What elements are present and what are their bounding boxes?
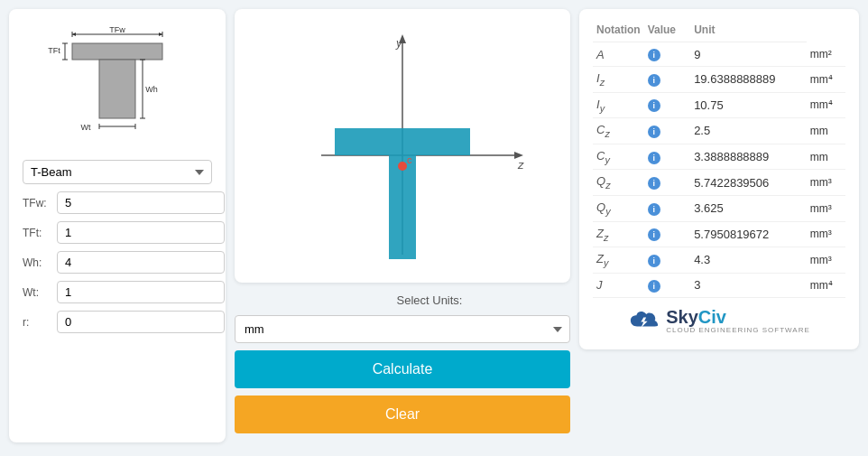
skyciv-name: SkyCiv [666, 308, 726, 326]
cell-notation: J [593, 273, 644, 297]
col-header-unit: Unit [690, 18, 807, 42]
svg-rect-0 [72, 43, 162, 60]
cell-notation: A [593, 42, 644, 67]
table-row: Cyi 3.3888888889mm [593, 144, 845, 170]
param-label-tft: TFt: [23, 227, 51, 239]
cell-info-value: i [644, 273, 690, 297]
info-icon[interactable]: i [648, 177, 660, 190]
cell-notation: Cy [593, 144, 644, 170]
cell-unit: mm³ [807, 170, 845, 196]
cell-info-value: i [644, 195, 690, 221]
cell-value: 9 [690, 42, 807, 67]
right-panel: Notation Value Unit Ai 9mm²Izi 19.638888… [579, 9, 859, 349]
left-panel: TFw TFt Wh Wt [9, 9, 226, 442]
cell-value: 3.3888888889 [690, 144, 807, 170]
cell-notation: Qz [593, 170, 644, 196]
shape-select[interactable]: T-Beam I-Beam Rectangle Circle Hollow Re… [23, 160, 212, 184]
cell-info-value: i [644, 221, 690, 247]
cell-value: 5.7422839506 [690, 170, 807, 196]
chart-area: z y c [235, 9, 570, 283]
results-table: Notation Value Unit Ai 9mm²Izi 19.638888… [593, 18, 845, 298]
table-row: Qyi 3.625mm³ [593, 195, 845, 221]
cell-info-value: i [644, 42, 690, 67]
calculate-button[interactable]: Calculate [235, 350, 570, 388]
cell-unit: mm⁴ [807, 273, 845, 297]
param-input-wh[interactable] [57, 251, 225, 274]
info-icon[interactable]: i [648, 203, 660, 216]
info-icon[interactable]: i [648, 99, 660, 112]
cell-info-value: i [644, 144, 690, 170]
tbeam-diagram: TFw TFt Wh Wt [45, 25, 189, 146]
svg-text:z: z [517, 158, 524, 172]
param-label-r: r: [23, 316, 51, 329]
cell-value: 10.75 [690, 92, 807, 118]
skyciv-sub: Cloud Engineering Software [666, 326, 810, 334]
param-input-wt[interactable] [57, 281, 225, 303]
param-label-tfw: TFw: [23, 197, 51, 209]
param-row-wh: Wh: [23, 251, 212, 274]
controls-area: Select Units: mm cm m in ft Calculate Cl… [235, 292, 570, 442]
cell-unit: mm [807, 118, 845, 144]
param-row-tft: TFt: [23, 221, 212, 244]
cell-info-value: i [644, 247, 690, 274]
svg-point-28 [398, 162, 407, 171]
svg-text:TFt: TFt [48, 46, 60, 55]
param-label-wh: Wh: [23, 256, 51, 269]
clear-button[interactable]: Clear [235, 396, 570, 433]
cell-unit: mm² [807, 42, 845, 67]
svg-text:Wt: Wt [81, 123, 91, 132]
cell-unit: mm [807, 144, 845, 170]
skyciv-logo: SkyCiv Cloud Engineering Software [593, 307, 845, 336]
param-row-wt: Wt: [23, 281, 212, 303]
cell-unit: mm³ [807, 221, 845, 247]
svg-marker-18 [72, 33, 76, 36]
col-header-value: Value [644, 18, 690, 42]
info-icon[interactable]: i [648, 74, 660, 87]
svg-text:c: c [407, 154, 412, 165]
info-icon[interactable]: i [648, 228, 660, 241]
table-row: Zyi 4.3mm³ [593, 247, 845, 274]
info-icon[interactable]: i [648, 255, 660, 267]
param-input-r[interactable] [57, 311, 225, 333]
table-row: Zzi 5.7950819672mm³ [593, 221, 845, 247]
svg-text:TFw: TFw [109, 25, 125, 34]
center-panel: z y c Select Units: [235, 9, 570, 442]
cell-notation: Iz [593, 67, 644, 93]
cell-info-value: i [644, 118, 690, 144]
param-input-tft[interactable] [57, 221, 225, 244]
cell-notation: Zz [593, 221, 644, 247]
cell-info-value: i [644, 170, 690, 196]
param-row-r: r: [23, 311, 212, 333]
cell-value: 3 [690, 273, 807, 297]
svg-marker-19 [159, 33, 162, 36]
table-row: Izi 19.6388888889mm⁴ [593, 67, 845, 93]
info-icon[interactable]: i [648, 152, 660, 164]
units-select[interactable]: mm cm m in ft [235, 315, 570, 343]
param-label-wt: Wt: [23, 286, 51, 299]
info-icon[interactable]: i [648, 280, 660, 293]
skyciv-logo-text: SkyCiv Cloud Engineering Software [666, 308, 810, 334]
cell-unit: mm⁴ [807, 67, 845, 93]
table-row: Qzi 5.7422839506mm³ [593, 170, 845, 196]
diagram-area: TFw TFt Wh Wt [23, 23, 212, 149]
cell-value: 2.5 [690, 118, 807, 144]
param-input-tfw[interactable] [57, 191, 225, 214]
param-row-tfw: TFw: [23, 191, 212, 214]
table-row: Iyi 10.75mm⁴ [593, 92, 845, 118]
cell-notation: Iy [593, 92, 644, 118]
cell-unit: mm⁴ [807, 92, 845, 118]
info-icon[interactable]: i [648, 49, 660, 61]
cell-notation: Cz [593, 118, 644, 144]
svg-rect-26 [335, 128, 470, 155]
info-icon[interactable]: i [648, 126, 660, 138]
shape-select-row: T-Beam I-Beam Rectangle Circle Hollow Re… [23, 160, 212, 184]
table-row: Ai 9mm² [593, 42, 845, 67]
cell-value: 3.625 [690, 195, 807, 221]
svg-rect-1 [99, 60, 135, 118]
table-row: Czi 2.5mm [593, 118, 845, 144]
cell-value: 19.6388888889 [690, 67, 807, 93]
units-select-wrapper: mm cm m in ft [235, 315, 570, 343]
cell-info-value: i [644, 67, 690, 93]
cell-notation: Qy [593, 195, 644, 221]
svg-rect-27 [389, 155, 416, 259]
